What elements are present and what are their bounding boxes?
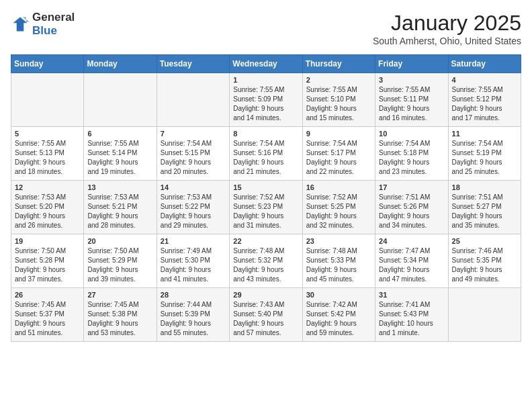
week-row-1: 1Sunrise: 7:55 AMSunset: 5:09 PMDaylight… (11, 73, 521, 127)
day-info: Sunrise: 7:48 AMSunset: 5:32 PMDaylight:… (233, 246, 298, 284)
day-number: 1 (233, 76, 298, 84)
day-number: 22 (233, 237, 298, 245)
calendar-cell (11, 73, 84, 127)
day-number: 23 (306, 237, 371, 245)
day-info: Sunrise: 7:54 AMSunset: 5:15 PMDaylight:… (161, 139, 226, 177)
day-number: 17 (379, 183, 444, 191)
page-header: General Blue January 2025 South Amherst,… (11, 11, 521, 46)
calendar-cell: 15Sunrise: 7:52 AMSunset: 5:23 PMDayligh… (230, 181, 302, 234)
calendar-cell: 29Sunrise: 7:43 AMSunset: 5:40 PMDayligh… (230, 288, 302, 342)
day-number: 8 (233, 130, 298, 138)
day-info: Sunrise: 7:50 AMSunset: 5:29 PMDaylight:… (87, 246, 152, 284)
month-title: January 2025 (373, 11, 521, 36)
day-info: Sunrise: 7:46 AMSunset: 5:35 PMDaylight:… (452, 246, 517, 284)
calendar-cell: 23Sunrise: 7:48 AMSunset: 5:33 PMDayligh… (302, 234, 375, 288)
week-row-4: 19Sunrise: 7:50 AMSunset: 5:28 PMDayligh… (11, 234, 521, 288)
day-number: 6 (87, 130, 152, 138)
day-info: Sunrise: 7:55 AMSunset: 5:11 PMDaylight:… (379, 85, 444, 123)
day-number: 18 (452, 183, 517, 191)
day-number: 12 (15, 183, 80, 191)
calendar-cell (448, 288, 521, 342)
logo-icon (11, 15, 30, 34)
day-info: Sunrise: 7:41 AMSunset: 5:43 PMDaylight:… (379, 300, 444, 338)
calendar-cell: 25Sunrise: 7:46 AMSunset: 5:35 PMDayligh… (448, 234, 521, 288)
day-info: Sunrise: 7:52 AMSunset: 5:23 PMDaylight:… (233, 193, 298, 230)
calendar-cell: 2Sunrise: 7:55 AMSunset: 5:10 PMDaylight… (302, 73, 375, 127)
calendar-cell: 1Sunrise: 7:55 AMSunset: 5:09 PMDaylight… (230, 73, 302, 127)
day-info: Sunrise: 7:55 AMSunset: 5:12 PMDaylight:… (452, 85, 517, 123)
svg-marker-0 (13, 17, 28, 31)
day-number: 14 (161, 183, 226, 191)
calendar-cell (157, 73, 229, 127)
day-number: 5 (15, 130, 80, 138)
calendar-cell: 14Sunrise: 7:53 AMSunset: 5:22 PMDayligh… (157, 181, 229, 234)
day-number: 13 (87, 183, 152, 191)
calendar-cell: 20Sunrise: 7:50 AMSunset: 5:29 PMDayligh… (84, 234, 157, 288)
day-info: Sunrise: 7:47 AMSunset: 5:34 PMDaylight:… (379, 246, 444, 284)
day-info: Sunrise: 7:43 AMSunset: 5:40 PMDaylight:… (233, 300, 298, 338)
calendar-cell: 28Sunrise: 7:44 AMSunset: 5:39 PMDayligh… (157, 288, 229, 342)
weekday-header-sunday: Sunday (11, 55, 84, 73)
calendar-cell: 9Sunrise: 7:54 AMSunset: 5:17 PMDaylight… (302, 127, 375, 181)
day-number: 4 (452, 76, 517, 84)
calendar-cell: 7Sunrise: 7:54 AMSunset: 5:15 PMDaylight… (157, 127, 229, 181)
logo: General Blue (11, 11, 75, 37)
day-info: Sunrise: 7:55 AMSunset: 5:09 PMDaylight:… (233, 85, 298, 123)
day-number: 24 (379, 237, 444, 245)
day-number: 9 (306, 130, 371, 138)
day-info: Sunrise: 7:51 AMSunset: 5:27 PMDaylight:… (452, 193, 517, 230)
week-row-2: 5Sunrise: 7:55 AMSunset: 5:13 PMDaylight… (11, 127, 521, 181)
week-row-5: 26Sunrise: 7:45 AMSunset: 5:37 PMDayligh… (11, 288, 521, 342)
calendar-cell: 10Sunrise: 7:54 AMSunset: 5:18 PMDayligh… (375, 127, 448, 181)
day-info: Sunrise: 7:44 AMSunset: 5:39 PMDaylight:… (161, 300, 226, 338)
day-number: 15 (233, 183, 298, 191)
calendar-cell (84, 73, 157, 127)
calendar-cell: 27Sunrise: 7:45 AMSunset: 5:38 PMDayligh… (84, 288, 157, 342)
day-info: Sunrise: 7:54 AMSunset: 5:17 PMDaylight:… (306, 139, 371, 177)
day-info: Sunrise: 7:53 AMSunset: 5:21 PMDaylight:… (87, 193, 152, 230)
logo-general: General (32, 11, 75, 24)
weekday-header-monday: Monday (84, 55, 157, 73)
day-info: Sunrise: 7:55 AMSunset: 5:13 PMDaylight:… (15, 139, 80, 177)
day-info: Sunrise: 7:45 AMSunset: 5:37 PMDaylight:… (15, 300, 80, 338)
day-info: Sunrise: 7:53 AMSunset: 5:22 PMDaylight:… (161, 193, 226, 230)
day-info: Sunrise: 7:54 AMSunset: 5:18 PMDaylight:… (379, 139, 444, 177)
day-number: 20 (87, 237, 152, 245)
calendar-cell: 4Sunrise: 7:55 AMSunset: 5:12 PMDaylight… (448, 73, 521, 127)
calendar-table: SundayMondayTuesdayWednesdayThursdayFrid… (11, 54, 521, 342)
day-number: 7 (161, 130, 226, 138)
day-number: 19 (15, 237, 80, 245)
calendar-cell: 12Sunrise: 7:53 AMSunset: 5:20 PMDayligh… (11, 181, 84, 234)
day-number: 11 (452, 130, 517, 138)
calendar-cell: 18Sunrise: 7:51 AMSunset: 5:27 PMDayligh… (448, 181, 521, 234)
calendar-cell: 17Sunrise: 7:51 AMSunset: 5:26 PMDayligh… (375, 181, 448, 234)
day-info: Sunrise: 7:50 AMSunset: 5:28 PMDaylight:… (15, 246, 80, 284)
calendar-cell: 16Sunrise: 7:52 AMSunset: 5:25 PMDayligh… (302, 181, 375, 234)
calendar-cell: 22Sunrise: 7:48 AMSunset: 5:32 PMDayligh… (230, 234, 302, 288)
calendar-cell: 6Sunrise: 7:55 AMSunset: 5:14 PMDaylight… (84, 127, 157, 181)
logo-text: General Blue (32, 11, 75, 37)
calendar-cell: 11Sunrise: 7:54 AMSunset: 5:19 PMDayligh… (448, 127, 521, 181)
day-info: Sunrise: 7:54 AMSunset: 5:16 PMDaylight:… (233, 139, 298, 177)
calendar-cell: 24Sunrise: 7:47 AMSunset: 5:34 PMDayligh… (375, 234, 448, 288)
weekday-header-thursday: Thursday (302, 55, 375, 73)
day-number: 31 (379, 291, 444, 299)
calendar-cell: 3Sunrise: 7:55 AMSunset: 5:11 PMDaylight… (375, 73, 448, 127)
calendar-cell: 26Sunrise: 7:45 AMSunset: 5:37 PMDayligh… (11, 288, 84, 342)
calendar-cell: 30Sunrise: 7:42 AMSunset: 5:42 PMDayligh… (302, 288, 375, 342)
day-info: Sunrise: 7:54 AMSunset: 5:19 PMDaylight:… (452, 139, 517, 177)
day-info: Sunrise: 7:48 AMSunset: 5:33 PMDaylight:… (306, 246, 371, 284)
weekday-header-friday: Friday (375, 55, 448, 73)
day-info: Sunrise: 7:51 AMSunset: 5:26 PMDaylight:… (379, 193, 444, 230)
day-number: 16 (306, 183, 371, 191)
day-number: 28 (161, 291, 226, 299)
week-row-3: 12Sunrise: 7:53 AMSunset: 5:20 PMDayligh… (11, 181, 521, 234)
day-info: Sunrise: 7:53 AMSunset: 5:20 PMDaylight:… (15, 193, 80, 230)
day-number: 29 (233, 291, 298, 299)
logo-blue: Blue (32, 24, 75, 38)
calendar-cell: 13Sunrise: 7:53 AMSunset: 5:21 PMDayligh… (84, 181, 157, 234)
weekday-header-row: SundayMondayTuesdayWednesdayThursdayFrid… (11, 55, 521, 73)
calendar-cell: 5Sunrise: 7:55 AMSunset: 5:13 PMDaylight… (11, 127, 84, 181)
weekday-header-saturday: Saturday (448, 55, 521, 73)
calendar-cell: 21Sunrise: 7:49 AMSunset: 5:30 PMDayligh… (157, 234, 229, 288)
